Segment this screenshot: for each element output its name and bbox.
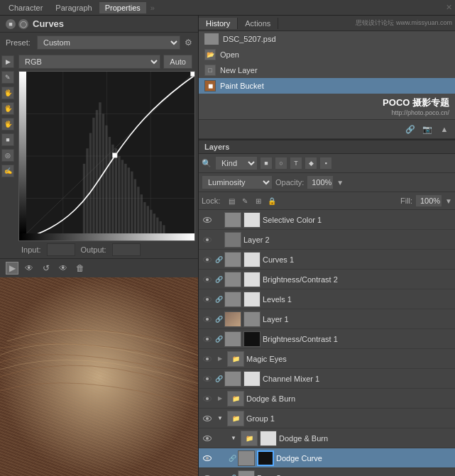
layers-list: Selective Color 1 Layer 2 🔗 Curves 1	[199, 210, 455, 476]
layer-icon-text[interactable]: T	[290, 157, 302, 170]
opacity-arrow-icon[interactable]: ▼	[336, 179, 344, 187]
layer-name-layer1: Layer 1	[263, 315, 452, 323]
layer-item-selective[interactable]: Selective Color 1	[199, 210, 455, 230]
fill-input[interactable]	[415, 194, 442, 207]
layer-item-db-subgroup[interactable]: ▼ 📁 Dodge & Burn	[199, 428, 455, 448]
curves-bottom-icon-3[interactable]: ↺	[40, 262, 53, 275]
tool-eyedropper1[interactable]: 🖐	[1, 87, 14, 99]
svg-rect-11	[96, 110, 98, 240]
curves-bottom-icon-4[interactable]: 👁	[57, 262, 70, 275]
top-tab-bar: Character Paragraph Properties » ✕	[0, 0, 455, 16]
svg-rect-12	[99, 102, 101, 240]
layer-icon-pixel[interactable]: ■	[260, 157, 273, 170]
history-item-paint[interactable]: ◼ Paint Bucket	[199, 78, 455, 94]
curves-canvas[interactable]	[18, 71, 195, 241]
layer-vis-levels1[interactable]	[202, 294, 213, 305]
layer-icon-shape[interactable]: ◆	[305, 157, 317, 170]
layer-item-curves1[interactable]: 🔗 Curves 1	[199, 250, 455, 270]
svg-rect-9	[89, 133, 92, 240]
layer-expand-db-subgroup[interactable]: ▼	[229, 433, 239, 443]
kind-select[interactable]: Kind	[215, 156, 258, 170]
layer-vis-bc2[interactable]	[202, 274, 213, 285]
layer-item-burn-curve[interactable]: 🔗 Burn Curve	[199, 468, 455, 476]
layers-link-icon[interactable]: 🔗	[404, 123, 417, 135]
svg-rect-36	[0, 277, 198, 476]
layer-item-layer2[interactable]: Layer 2	[199, 230, 455, 250]
layer-icon-smart[interactable]: ▪	[319, 157, 332, 170]
lock-all-icon[interactable]: 🔒	[266, 195, 278, 206]
tab-properties[interactable]: Properties	[99, 2, 146, 13]
layer-expand-db-group[interactable]: ▶	[215, 394, 225, 404]
layer-expand-magic-eyes[interactable]: ▶	[215, 354, 225, 364]
lock-brush-icon[interactable]: ✎	[239, 195, 251, 206]
history-item-dsc[interactable]: DSC_5207.psd	[199, 31, 455, 47]
tab-paragraph[interactable]: Paragraph	[50, 2, 97, 13]
curves-bottom-icon-2[interactable]: 👁	[23, 262, 35, 275]
layer-vis-channel-mixer[interactable]	[202, 373, 213, 384]
tool-hand[interactable]: ✍	[1, 165, 14, 177]
blend-mode-select[interactable]: Luminosity	[202, 175, 273, 189]
preset-row: Preset: Custom ⚙	[0, 33, 198, 52]
layer-vis-bc1[interactable]	[202, 333, 213, 345]
layer-mask-selective	[243, 212, 261, 228]
layer-vis-db-group[interactable]	[202, 393, 213, 404]
tool-sample[interactable]: ■	[1, 133, 14, 146]
history-brand: 思锐设计论坛 www.missyuan.com	[278, 18, 455, 28]
preset-arrow-icon[interactable]: ⚙	[185, 38, 192, 48]
input-value[interactable]	[47, 243, 75, 256]
layer-item-channel-mixer[interactable]: 🔗 Channel Mixer 1	[199, 369, 455, 389]
tab-actions[interactable]: Actions	[238, 18, 278, 29]
layer-vis-burn-curve[interactable]	[202, 472, 213, 477]
tool-eyedropper2[interactable]: 🖐	[1, 102, 14, 115]
tab-character[interactable]: Character	[3, 2, 48, 13]
lock-checker-icon[interactable]: ▤	[226, 195, 237, 206]
photo-placeholder	[0, 277, 198, 476]
lock-move-icon[interactable]: ⊞	[253, 195, 264, 206]
layer-vis-dodge-curve[interactable]	[202, 453, 213, 464]
history-item-open[interactable]: 📂 Open	[199, 47, 455, 62]
layer-vis-curves1[interactable]	[202, 254, 213, 265]
layer-vis-group1[interactable]	[202, 413, 213, 424]
layer-item-db-group[interactable]: ▶ 📁 Dodge & Burn	[199, 389, 455, 409]
layer-item-bc1[interactable]: 🔗 Brightness/Contrast 1	[199, 329, 455, 349]
layer-item-levels1[interactable]: 🔗 Levels 1	[199, 289, 455, 309]
curves-bottom-icon-1[interactable]: ▶	[6, 262, 18, 275]
tool-pointer[interactable]: ▶	[1, 55, 14, 68]
tool-target[interactable]: ◎	[1, 149, 14, 162]
tab-history[interactable]: History	[199, 18, 238, 29]
tool-pencil[interactable]: ✎	[1, 71, 14, 84]
layer-thumb-bc1	[224, 331, 241, 347]
preset-select[interactable]: Custom	[37, 35, 180, 50]
layer-vis-layer2[interactable]	[202, 234, 213, 245]
layers-camera-icon[interactable]: 📷	[421, 123, 434, 135]
layer-vis-magic-eyes[interactable]	[202, 353, 213, 365]
layer-name-db-subgroup: Dodge & Burn	[279, 434, 452, 443]
history-item-new-layer[interactable]: □ New Layer	[199, 62, 455, 78]
layer-icon-adjust[interactable]: ○	[275, 157, 287, 170]
channel-select[interactable]: RGB	[18, 55, 160, 69]
layer-thumb-levels1	[224, 292, 241, 307]
input-label: Input:	[21, 245, 41, 254]
layers-adjust-icon[interactable]: ▲	[438, 123, 451, 135]
layer-vis-layer1[interactable]	[202, 314, 213, 325]
fill-arrow-icon[interactable]: ▼	[445, 197, 452, 205]
curves-bottom-icon-delete[interactable]: 🗑	[74, 262, 87, 275]
layer-expand-group1[interactable]: ▼	[215, 414, 225, 424]
auto-button[interactable]: Auto	[163, 55, 192, 69]
layer-vis-db-subgroup[interactable]	[202, 433, 213, 444]
curves-icon-1[interactable]: ■	[6, 19, 16, 29]
layer-item-magic-eyes[interactable]: ▶ 📁 Magic Eyes	[199, 349, 455, 369]
layer-item-layer1[interactable]: 🔗 Layer 1	[199, 309, 455, 329]
tool-eyedropper3[interactable]: 🖐	[1, 118, 14, 131]
curves-icon-2[interactable]: ◯	[18, 19, 28, 29]
history-icon-open: 📂	[204, 49, 216, 60]
poco-logo: POCO 摄影专题	[383, 96, 449, 109]
output-value[interactable]	[112, 243, 141, 256]
layer-item-group1[interactable]: ▼ 📁 Group 1	[199, 409, 455, 428]
layer-item-dodge-curve[interactable]: 🔗 Dodge Curve	[199, 448, 455, 468]
layer-name-db-group: Dodge & Burn	[246, 394, 452, 403]
svg-rect-35	[112, 153, 117, 157]
layer-item-bc2[interactable]: 🔗 Brightness/Contrast 2	[199, 270, 455, 289]
layer-vis-selective[interactable]	[202, 214, 213, 226]
opacity-input[interactable]	[307, 175, 334, 189]
